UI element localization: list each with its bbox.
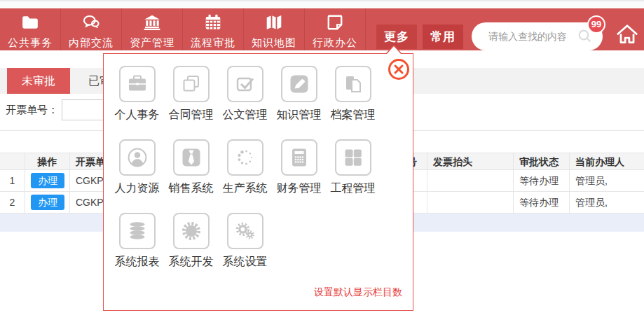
close-circle-icon[interactable] <box>388 59 409 80</box>
app-row: 人力资源 销售系统 生产系统 财务管理 工程管理 <box>110 139 413 196</box>
row-number: 2 <box>0 192 25 213</box>
invoice-title-cell <box>427 170 514 191</box>
search-input[interactable] <box>488 26 573 47</box>
col-invoice-title: 发票抬头 <box>427 153 514 169</box>
invoice-no-label: 开票单号： <box>6 99 58 120</box>
handler-cell: 管理员, <box>570 192 644 213</box>
tie-icon <box>173 139 210 176</box>
chat-icon <box>82 8 100 34</box>
calendar-icon <box>204 8 222 34</box>
app-engineering-mgmt[interactable]: 工程管理 <box>326 139 380 196</box>
app-contract-mgmt[interactable]: 合同管理 <box>164 66 218 122</box>
gears-icon <box>227 213 263 249</box>
grid-icon <box>335 139 371 176</box>
document-icon <box>326 8 344 34</box>
row-number: 1 <box>0 170 25 191</box>
handle-button[interactable]: 办理 <box>31 195 64 210</box>
nav-item-process-approval[interactable]: 流程审批 <box>183 8 244 50</box>
nav-item-label: 资产管理 <box>130 36 174 50</box>
app-screen: 公共事务 内部交流 资产管理 流程审批 知识地图 行政办公 <box>0 0 644 322</box>
browser-top-strip <box>0 0 644 8</box>
app-label: 工程管理 <box>331 181 376 196</box>
set-default-columns-link[interactable]: 设置默认显示栏目数 <box>314 286 402 299</box>
app-archive-mgmt[interactable]: 档案管理 <box>326 66 380 122</box>
database-icon <box>119 213 156 249</box>
user-icon <box>119 139 156 176</box>
spinner-icon <box>227 139 263 176</box>
app-label: 系统设置 <box>223 255 268 270</box>
status-cell: 等待办理 <box>514 170 570 191</box>
app-knowledge-mgmt[interactable]: 知识管理 <box>272 66 326 122</box>
nav-item-label: 流程审批 <box>191 36 235 50</box>
col-action: 操作 <box>25 153 70 169</box>
notification-badge: 99 <box>587 15 605 34</box>
nav-item-admin-office[interactable]: 行政办公 <box>305 8 366 50</box>
app-label: 档案管理 <box>331 108 376 122</box>
app-label: 合同管理 <box>169 108 214 122</box>
nav-item-label: 行政办公 <box>313 36 357 50</box>
bank-icon <box>143 8 161 34</box>
tab-unapproved[interactable]: 未审批 <box>7 68 70 94</box>
pencil-icon <box>281 66 317 102</box>
map-icon <box>265 8 283 34</box>
app-label: 生产系统 <box>223 181 268 196</box>
app-label: 销售系统 <box>169 181 214 196</box>
pages-icon <box>335 66 371 102</box>
nav-item-asset-mgmt[interactable]: 资产管理 <box>122 8 183 50</box>
app-row: 个人事务 合同管理 公文管理 知识管理 档案管理 <box>110 66 413 122</box>
app-grid: 个人事务 合同管理 公文管理 知识管理 档案管理 <box>104 54 413 270</box>
nav-item-internal-comm[interactable]: 内部交流 <box>61 8 122 50</box>
main-navbar: 公共事务 内部交流 资产管理 流程审批 知识地图 行政办公 <box>0 8 644 50</box>
app-production-system[interactable]: 生产系统 <box>218 139 272 196</box>
nav-item-knowledge-map[interactable]: 知识地图 <box>244 8 305 50</box>
app-sales-system[interactable]: 销售系统 <box>164 139 218 196</box>
handle-button[interactable]: 办理 <box>31 173 64 188</box>
handler-cell: 管理员, <box>570 170 644 191</box>
nav-item-label: 公共事务 <box>8 36 53 50</box>
status-cell: 等待办理 <box>514 192 570 213</box>
app-finance-mgmt[interactable]: 财务管理 <box>272 139 326 196</box>
calculator-icon <box>281 139 317 176</box>
copy-icon <box>173 66 210 102</box>
app-label: 系统报表 <box>115 255 160 270</box>
col-handler: 当前办理人 <box>570 153 644 169</box>
invoice-title-cell <box>427 192 514 213</box>
app-row: 系统报表 系统开发 系统设置 <box>110 213 413 270</box>
col-status: 审批状态 <box>514 153 570 169</box>
check-square-icon <box>227 66 263 102</box>
app-label: 人力资源 <box>115 181 160 196</box>
col-row-number <box>0 153 25 169</box>
home-icon[interactable] <box>615 23 639 48</box>
folder-icon <box>21 8 39 34</box>
app-label: 系统开发 <box>169 255 214 270</box>
app-hr[interactable]: 人力资源 <box>110 139 164 196</box>
nav-item-label: 知识地图 <box>252 36 296 50</box>
more-apps-panel: 个人事务 合同管理 公文管理 知识管理 档案管理 <box>103 53 413 311</box>
app-personal-affairs[interactable]: 个人事务 <box>110 66 164 122</box>
gear-burst-icon <box>173 213 210 249</box>
app-label: 公文管理 <box>223 108 268 122</box>
app-label: 财务管理 <box>277 181 322 196</box>
nav-item-label: 内部交流 <box>69 36 114 50</box>
app-label: 知识管理 <box>277 108 322 122</box>
panel-arrow <box>387 46 401 54</box>
app-system-reports[interactable]: 系统报表 <box>110 213 164 270</box>
app-system-dev[interactable]: 系统开发 <box>164 213 218 270</box>
app-official-docs[interactable]: 公文管理 <box>218 66 272 122</box>
nav-item-public-affairs[interactable]: 公共事务 <box>0 8 61 50</box>
search-box <box>472 22 603 50</box>
favorites-button[interactable]: 常用 <box>423 24 463 49</box>
app-label: 个人事务 <box>115 108 160 122</box>
app-system-settings[interactable]: 系统设置 <box>218 213 272 270</box>
briefcase-icon <box>119 66 156 102</box>
